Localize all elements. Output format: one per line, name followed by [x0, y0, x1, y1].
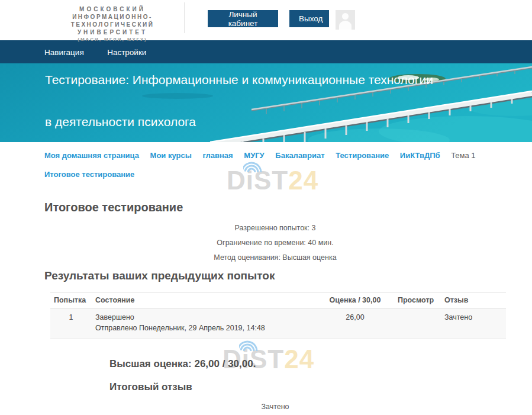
breadcrumb-item-course-code[interactable]: ИиКТвДПб [400, 151, 440, 160]
user-avatar-icon [342, 13, 349, 20]
main-navbar: Навигация Настройки [0, 40, 532, 63]
user-avatar-icon [339, 21, 352, 30]
quiz-attempts-allowed: Разрешенно попыток: 3 [44, 224, 506, 232]
page-title: Итоговое тестирование [44, 201, 506, 214]
breadcrumb-item-testing[interactable]: Тестирование [336, 151, 389, 160]
breadcrumb-item-topic: Тема 1 [451, 151, 475, 160]
col-header-review: Просмотр [391, 292, 441, 308]
quiz-info: Разрешенно попыток: 3 Ограничение по вре… [44, 224, 506, 262]
attempt-review [391, 308, 441, 339]
table-header-row: Попытка Состояние Оценка / 30,00 Просмот… [50, 292, 506, 308]
attempt-number: 1 [50, 308, 92, 339]
breadcrumb-item-mugu[interactable]: МУГУ [244, 151, 264, 160]
logo-line: МОСКОВСКИЙ [40, 5, 185, 13]
attempts-table: Попытка Состояние Оценка / 30,00 Просмот… [50, 292, 506, 339]
top-header: МОСКОВСКИЙ ИНФОРМАЦИОННО-ТЕХНОЛОГИЧЕСКИЙ… [0, 0, 532, 40]
course-banner-title: Тестирование: Информационные и коммуника… [45, 63, 440, 142]
header-divider [184, 2, 185, 33]
hero-banner: Тестирование: Информационные и коммуника… [0, 63, 532, 142]
nav-item-settings[interactable]: Настройки [107, 41, 146, 64]
attempt-feedback: Зачтено [441, 308, 506, 339]
attempt-grade: 26,00 [320, 308, 391, 339]
logout-button[interactable]: Выход [289, 10, 329, 27]
personal-cabinet-button[interactable]: Личный кабинет [208, 10, 278, 27]
final-feedback-heading: Итоговый отзыв [109, 381, 506, 393]
col-header-attempt: Попытка [50, 292, 92, 308]
breadcrumb-item-my-courses[interactable]: Мои курсы [150, 151, 192, 160]
best-grade-summary: Высшая оценка: 26,00 / 30,00. [109, 358, 506, 370]
logo-line: ИНФОРМАЦИОННО-ТЕХНОЛОГИЧЕСКИЙ [40, 13, 185, 28]
quiz-time-limit: Ограничение по времени: 40 мин. [44, 239, 506, 247]
col-header-feedback: Отзыв [441, 292, 506, 308]
attempt-state: Завершено Отправлено Понедельник, 29 Апр… [92, 308, 320, 339]
breadcrumb: Моя домашняя страница Мои курсы главная … [44, 142, 506, 179]
table-row: 1 Завершено Отправлено Понедельник, 29 А… [50, 308, 506, 339]
breadcrumb-item-main[interactable]: главная [202, 151, 233, 160]
breadcrumb-item-bachelor[interactable]: Бакалавриат [275, 151, 324, 160]
main-content: DiST24 DiST24 Моя домашняя страница Мои … [0, 142, 532, 415]
col-header-state: Состояние [92, 292, 320, 308]
user-avatar[interactable] [336, 10, 355, 30]
university-logo: МОСКОВСКИЙ ИНФОРМАЦИОННО-ТЕХНОЛОГИЧЕСКИЙ… [40, 5, 185, 43]
attempt-submitted-timestamp: Отправлено Понедельник, 29 Апрель 2019, … [95, 324, 316, 332]
breadcrumb-item-final-test[interactable]: Итоговое тестирование [44, 170, 134, 179]
attempt-state-label: Завершено [95, 313, 316, 321]
breadcrumb-item-home[interactable]: Моя домашняя страница [44, 151, 139, 160]
results-heading: Результаты ваших предыдущих попыток [44, 269, 506, 282]
nav-item-navigation[interactable]: Навигация [44, 41, 84, 64]
final-feedback-value: Зачтено [44, 403, 506, 411]
logo-line: (МАСИ, МГЛИ, МУГУ) [40, 36, 185, 43]
col-header-grade: Оценка / 30,00 [320, 292, 391, 308]
logo-line: УНИВЕРСИТЕТ [40, 28, 185, 36]
quiz-grading-method: Метод оценивания: Высшая оценка [44, 253, 506, 262]
